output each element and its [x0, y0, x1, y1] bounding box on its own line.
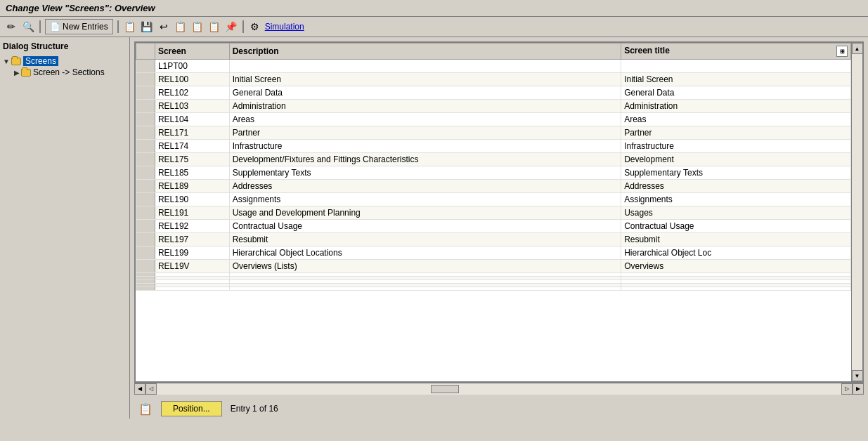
cell-title [621, 287, 851, 291]
separator-3 [242, 20, 244, 33]
position-btn-label: Position... [173, 404, 210, 414]
row-selector[interactable] [136, 73, 155, 86]
table-row[interactable]: REL199Hierarchical Object LocationsHiera… [136, 246, 851, 260]
row-selector[interactable] [136, 60, 155, 73]
pin-icon[interactable]: 📌 [224, 20, 238, 34]
info-icon[interactable]: 📋 [207, 20, 221, 34]
scroll-down-btn[interactable]: ▼ [852, 370, 863, 381]
cell-description: Overviews (Lists) [229, 260, 621, 273]
paste-icon[interactable]: 📋 [174, 20, 188, 34]
row-selector[interactable] [136, 126, 155, 140]
cell-title: General Data [621, 86, 851, 100]
folder-icon-sections [21, 68, 31, 77]
cell-title: Hierarchical Object Loc [621, 246, 851, 260]
cell-screen: REL100 [155, 73, 229, 86]
position-button[interactable]: Position... [161, 401, 222, 416]
sidebar-item-screen-sections[interactable]: ▶ Screen -> Sections [3, 67, 127, 78]
table-container: Screen Description Screen title ⊞ L1PT00… [134, 41, 864, 383]
row-selector[interactable] [136, 140, 155, 153]
table-header-row: Screen Description Screen title ⊞ [136, 44, 851, 60]
table-row[interactable]: REL185Supplementary TextsSupplementary T… [136, 166, 851, 180]
simulation-icon[interactable]: ⚙ [248, 20, 262, 34]
folder-icon-screens [11, 57, 21, 65]
hscroll-prev-btn[interactable]: ◁ [145, 383, 157, 395]
main-layout: Dialog Structure ▼ Screens ▶ Screen -> S… [0, 37, 868, 419]
cell-description: Administration [229, 100, 621, 113]
cell-description [229, 60, 621, 73]
table-row[interactable]: REL19VOverviews (Lists)Overviews [136, 260, 851, 273]
edit-icon[interactable]: ✏ [4, 20, 18, 34]
row-selector[interactable] [136, 246, 155, 260]
row-selector[interactable] [136, 86, 155, 100]
hscroll-next-btn[interactable]: ▷ [841, 383, 853, 395]
screens-label: Screens [23, 56, 58, 66]
cell-description: Addresses [229, 180, 621, 193]
cell-title: Partner [621, 126, 851, 140]
cell-title: Infrastructure [621, 140, 851, 153]
data-table: Screen Description Screen title ⊞ L1PT00… [136, 43, 851, 291]
new-entries-button[interactable]: 📄 New Entries [45, 19, 113, 34]
table-row[interactable]: REL192Contractual UsageContractual Usage [136, 220, 851, 233]
col-title[interactable]: Screen title ⊞ [621, 44, 851, 60]
hscroll-track[interactable] [157, 383, 841, 395]
scroll-track[interactable] [852, 54, 863, 370]
tree-arrow-sections: ▶ [14, 69, 20, 77]
table-row[interactable]: REL104AreasAreas [136, 113, 851, 126]
table-row[interactable]: L1PT00 [136, 60, 851, 73]
hscroll-right-btn[interactable]: ▶ [853, 383, 864, 395]
save-icon[interactable]: 💾 [140, 20, 154, 34]
scroll-up-btn[interactable]: ▲ [852, 43, 863, 54]
find-icon[interactable]: 🔍 [21, 20, 35, 34]
hscroll-thumb[interactable] [431, 385, 459, 393]
new-entries-label: New Entries [63, 22, 108, 32]
cell-description: Usage and Development Planning [229, 206, 621, 220]
table-row[interactable]: REL103AdministrationAdministration [136, 100, 851, 113]
entry-count: Entry 1 of 16 [231, 404, 278, 414]
row-selector[interactable] [136, 193, 155, 206]
table-scroll-wrapper[interactable]: Screen Description Screen title ⊞ L1PT00… [136, 43, 862, 381]
cell-description: General Data [229, 86, 621, 100]
table-row[interactable]: REL189AddressesAddresses [136, 180, 851, 193]
simulation-label: Simulation [265, 22, 304, 32]
col-screen[interactable]: Screen [155, 44, 229, 60]
cell-screen: REL104 [155, 113, 229, 126]
table-body: L1PT00REL100Initial ScreenInitial Screen… [136, 60, 851, 291]
col-description[interactable]: Description [229, 44, 621, 60]
row-selector[interactable] [136, 153, 155, 166]
table-config-icon[interactable]: ⊞ [836, 46, 848, 57]
cell-title: Supplementary Texts [621, 166, 851, 180]
cell-description: Areas [229, 113, 621, 126]
row-selector[interactable] [136, 233, 155, 246]
undo-icon[interactable]: ↩ [157, 20, 171, 34]
table-row[interactable]: REL171PartnerPartner [136, 126, 851, 140]
row-selector[interactable] [136, 113, 155, 126]
row-selector[interactable] [136, 220, 155, 233]
vertical-scrollbar[interactable]: ▲ ▼ [851, 43, 862, 381]
table-row[interactable]: REL100Initial ScreenInitial Screen [136, 73, 851, 86]
table-row[interactable]: REL191Usage and Development PlanningUsag… [136, 206, 851, 220]
table-row[interactable]: REL197ResubmitResubmit [136, 233, 851, 246]
content-area: Screen Description Screen title ⊞ L1PT00… [130, 37, 868, 419]
cell-screen: REL171 [155, 126, 229, 140]
row-selector[interactable] [136, 206, 155, 220]
row-selector[interactable] [136, 166, 155, 180]
horizontal-scrollbar[interactable]: ◀ ◁ ▷ ▶ [134, 383, 864, 394]
delete-icon[interactable]: 📋 [190, 20, 205, 34]
copy-icon[interactable]: 📋 [123, 20, 137, 34]
table-row[interactable]: REL102General DataGeneral Data [136, 86, 851, 100]
cell-title: Assignments [621, 193, 851, 206]
row-selector[interactable] [136, 180, 155, 193]
row-selector[interactable] [136, 287, 155, 291]
table-row[interactable]: REL174InfrastructureInfrastructure [136, 140, 851, 153]
row-selector[interactable] [136, 260, 155, 273]
cell-description: Development/Fixtures and Fittings Charac… [229, 153, 621, 166]
row-selector[interactable] [136, 100, 155, 113]
sidebar-item-screens[interactable]: ▼ Screens [3, 55, 127, 67]
table-row[interactable]: REL175Development/Fixtures and Fittings … [136, 153, 851, 166]
cell-screen [155, 287, 229, 291]
table-row[interactable]: REL190AssignmentsAssignments [136, 193, 851, 206]
hscroll-left-btn[interactable]: ◀ [134, 383, 145, 395]
cell-title: Administration [621, 100, 851, 113]
bottom-toolbar: 📋 Position... Entry 1 of 16 [134, 397, 864, 419]
table-row[interactable] [136, 287, 851, 291]
